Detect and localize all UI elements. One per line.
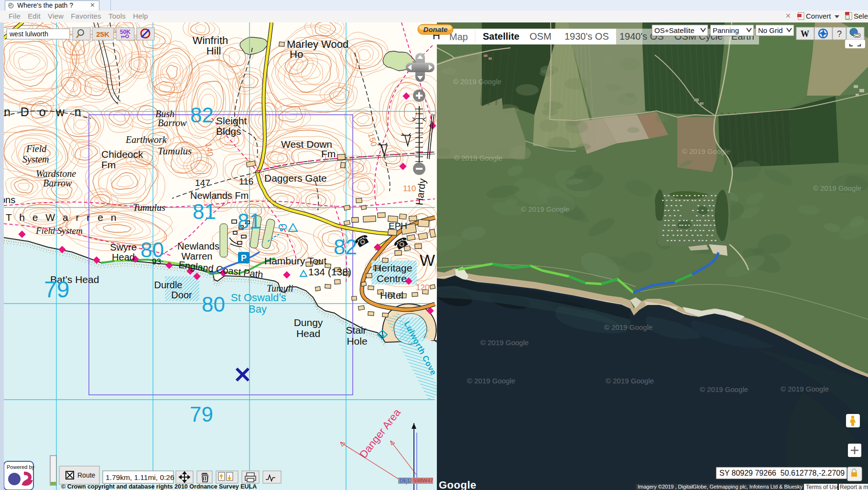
- svg-text:© 2019 Google: © 2019 Google: [467, 377, 515, 385]
- svg-text:81: 81: [238, 209, 261, 233]
- svg-text:Fm: Fm: [321, 148, 336, 159]
- svg-text:Heritage: Heritage: [374, 262, 412, 273]
- svg-text:Bldgs: Bldgs: [216, 126, 241, 137]
- svg-text:79: 79: [44, 277, 69, 302]
- svg-text:© 2019 Google: © 2019 Google: [453, 77, 501, 86]
- svg-text:Bay: Bay: [249, 303, 267, 315]
- svg-text:Powered by: Powered by: [7, 464, 35, 470]
- svg-text:© 2019 Google: © 2019 Google: [813, 184, 861, 192]
- svg-text:Imagery ©2019 , DigitalGlobe,: Imagery ©2019 , DigitalGlobe, Getmapping…: [638, 484, 803, 490]
- svg-text:110: 110: [403, 184, 416, 193]
- svg-text:Satellite: Satellite: [483, 31, 520, 42]
- svg-text:25K: 25K: [96, 30, 109, 38]
- svg-text:Panning: Panning: [713, 26, 739, 34]
- svg-text:Sleight: Sleight: [216, 115, 247, 126]
- svg-text:Sele: Sele: [854, 12, 868, 20]
- svg-text:© 2019 Google: © 2019 Google: [480, 338, 529, 347]
- svg-text:Barrow: Barrow: [158, 118, 187, 128]
- svg-text:147: 147: [195, 178, 210, 188]
- svg-text:1.79km, 1.11mi, 0:26: 1.79km, 1.11mi, 0:26: [106, 473, 174, 481]
- svg-text:Newlands: Newlands: [177, 241, 219, 251]
- svg-text:Door: Door: [171, 290, 192, 300]
- svg-text:82: 82: [334, 235, 357, 259]
- svg-text:116: 116: [239, 176, 253, 186]
- svg-text:© 2019 Google: © 2019 Google: [521, 205, 569, 213]
- svg-text:© 2019 Google: © 2019 Google: [781, 385, 829, 393]
- svg-text:Stair: Stair: [346, 325, 366, 336]
- svg-text:80: 80: [202, 293, 225, 316]
- svg-text:Chideock: Chideock: [101, 149, 143, 160]
- svg-text:west lulworth: west lulworth: [9, 30, 48, 38]
- svg-text:Head: Head: [296, 328, 320, 339]
- svg-text:OSM: OSM: [530, 31, 552, 42]
- svg-text:120: 120: [416, 283, 429, 292]
- svg-text:Report a ma: Report a ma: [840, 484, 868, 490]
- svg-text:134 (138): 134 (138): [308, 266, 351, 277]
- svg-text:© Crown copyright and database: © Crown copyright and database rights 20…: [61, 483, 257, 490]
- svg-text:© 2019 Google: © 2019 Google: [682, 147, 730, 155]
- svg-text:P: P: [241, 253, 247, 263]
- svg-text:Donate: Donate: [423, 25, 448, 33]
- svg-text:Ho: Ho: [290, 48, 303, 60]
- svg-text:T h e W a r r e n: T h e W a r r e n: [6, 212, 119, 223]
- svg-text:St Oswald’s: St Oswald’s: [231, 292, 286, 304]
- svg-text:80: 80: [141, 238, 164, 261]
- svg-text:81: 81: [193, 200, 216, 223]
- svg-text:Google: Google: [439, 479, 477, 490]
- svg-text:© 2019 Google: © 2019 Google: [606, 377, 654, 385]
- svg-text:W: W: [420, 251, 435, 269]
- svg-text:n D o w n: n D o w n: [4, 105, 85, 119]
- svg-text:Fm: Fm: [101, 159, 116, 170]
- svg-text:Newlands Fm: Newlands Fm: [190, 190, 249, 201]
- svg-text:Field System: Field System: [35, 226, 83, 236]
- svg-text:© 2019 Google: © 2019 Google: [700, 385, 748, 393]
- svg-text:W: W: [801, 29, 809, 39]
- svg-text:Convert: Convert: [806, 12, 831, 20]
- svg-text:Swyre: Swyre: [110, 242, 137, 252]
- svg-text:Tumulus: Tumulus: [133, 202, 165, 213]
- svg-text:Hambury Tout: Hambury Tout: [264, 255, 327, 266]
- svg-text:Terms of Use: Terms of Use: [806, 484, 840, 490]
- svg-text:Daggers Gate: Daggers Gate: [264, 173, 327, 184]
- svg-text:?: ?: [837, 29, 842, 39]
- svg-text:1930's OS: 1930's OS: [564, 31, 609, 42]
- svg-text:S98W47: S98W47: [413, 478, 433, 483]
- svg-text:Head: Head: [112, 252, 135, 262]
- svg-text:SY 80929 79266 50.612778,-2.2: SY 80929 79266 50.612778,-2.2709: [719, 469, 845, 477]
- svg-text:© 2019 Google: © 2019 Google: [454, 154, 502, 162]
- svg-text:System: System: [22, 154, 49, 165]
- svg-text:No Grid: No Grid: [758, 26, 783, 34]
- svg-text:Centre: Centre: [377, 273, 407, 284]
- svg-text:Hole: Hole: [347, 336, 367, 347]
- svg-text:OS+Satellite: OS+Satellite: [654, 26, 694, 34]
- svg-text:ons: ons: [4, 195, 15, 205]
- svg-text:50K: 50K: [120, 29, 130, 35]
- svg-text:EPH: EPH: [389, 221, 407, 231]
- svg-text:Field: Field: [26, 143, 47, 154]
- svg-text:© 2019 Google: © 2019 Google: [604, 323, 652, 331]
- svg-text:Barrow: Barrow: [43, 178, 72, 188]
- svg-text:Hill: Hill: [206, 45, 221, 57]
- svg-text:Durdle: Durdle: [154, 280, 183, 290]
- svg-text:DE13: DE13: [400, 478, 413, 483]
- svg-text:Hotel: Hotel: [380, 290, 403, 301]
- svg-text:Dungy: Dungy: [294, 317, 323, 328]
- svg-text:Earthwork: Earthwork: [125, 134, 167, 145]
- svg-text:79: 79: [190, 403, 213, 426]
- svg-text:82: 82: [190, 103, 214, 127]
- svg-text:Route: Route: [77, 471, 96, 479]
- svg-text:Wardstone: Wardstone: [36, 168, 76, 179]
- svg-text:Tumulus: Tumulus: [158, 145, 192, 157]
